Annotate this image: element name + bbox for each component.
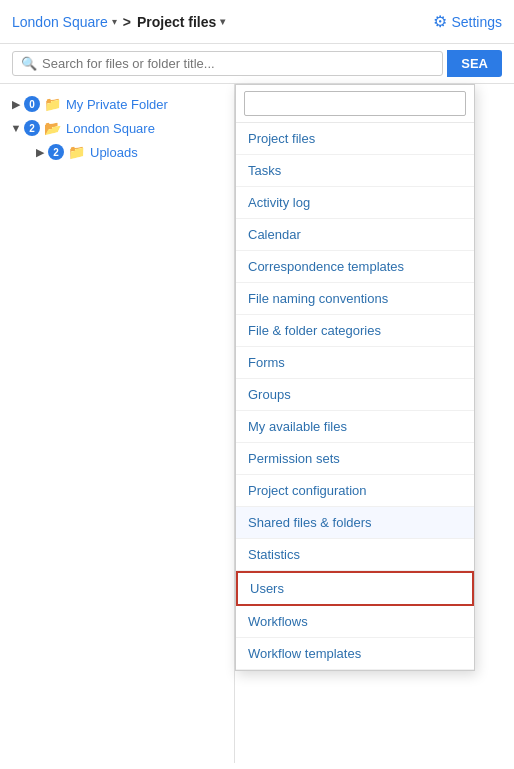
sidebar: ▶ 0 📁 My Private Folder ▼ 2 📂 London Squ… <box>0 84 235 763</box>
workspace-chevron: ▾ <box>112 16 117 27</box>
badge-uploads: 2 <box>48 144 64 160</box>
folder-icon-private: 📁 <box>44 96 61 112</box>
search-wrapper: 🔍 <box>12 51 443 76</box>
dropdown-search-input[interactable] <box>244 91 466 116</box>
dropdown-list: Project filesTasksActivity logCalendarCo… <box>236 123 474 670</box>
workspace-link[interactable]: London Square ▾ <box>12 14 117 30</box>
dropdown-item-workflows[interactable]: Workflows <box>236 606 474 638</box>
breadcrumb: London Square ▾ > Project files ▾ <box>12 14 225 30</box>
breadcrumb-separator: > <box>123 14 131 30</box>
sidebar-item-my-private-folder[interactable]: ▶ 0 📁 My Private Folder <box>0 92 234 116</box>
sidebar-item-london-square[interactable]: ▼ 2 📂 London Square <box>0 116 234 140</box>
workspace-label: London Square <box>12 14 108 30</box>
settings-link[interactable]: ⚙ Settings <box>433 12 502 31</box>
dropdown-item-calendar[interactable]: Calendar <box>236 219 474 251</box>
dropdown-item-file-folder-categories[interactable]: File & folder categories <box>236 315 474 347</box>
dropdown-menu: Project filesTasksActivity logCalendarCo… <box>235 84 475 671</box>
dropdown-item-correspondence-templates[interactable]: Correspondence templates <box>236 251 474 283</box>
dropdown-item-shared-files-folders[interactable]: Shared files & folders <box>236 507 474 539</box>
badge-private: 0 <box>24 96 40 112</box>
current-section-chevron: ▾ <box>220 16 225 27</box>
dropdown-item-forms[interactable]: Forms <box>236 347 474 379</box>
dropdown-item-workflow-templates[interactable]: Workflow templates <box>236 638 474 670</box>
dropdown-item-file-naming-conventions[interactable]: File naming conventions <box>236 283 474 315</box>
tree-toggle-london: ▼ <box>8 122 24 134</box>
dropdown-item-groups[interactable]: Groups <box>236 379 474 411</box>
tree-toggle-private: ▶ <box>8 98 24 111</box>
search-button[interactable]: SEA <box>447 50 502 77</box>
search-input[interactable] <box>42 56 434 71</box>
dropdown-item-users[interactable]: Users <box>236 571 474 606</box>
dropdown-item-permission-sets[interactable]: Permission sets <box>236 443 474 475</box>
dropdown-item-project-files[interactable]: Project files <box>236 123 474 155</box>
tree-toggle-uploads: ▶ <box>32 146 48 159</box>
sidebar-label-private: My Private Folder <box>66 97 168 112</box>
dropdown-item-statistics[interactable]: Statistics <box>236 539 474 571</box>
search-bar: 🔍 SEA <box>0 44 514 84</box>
dropdown-item-project-configuration[interactable]: Project configuration <box>236 475 474 507</box>
sidebar-label-uploads: Uploads <box>90 145 138 160</box>
dropdown-item-my-available-files[interactable]: My available files <box>236 411 474 443</box>
dropdown-item-activity-log[interactable]: Activity log <box>236 187 474 219</box>
search-icon: 🔍 <box>21 56 37 71</box>
current-section-label: Project files <box>137 14 216 30</box>
gear-icon: ⚙ <box>433 12 447 31</box>
header: London Square ▾ > Project files ▾ ⚙ Sett… <box>0 0 514 44</box>
folder-icon-uploads: 📁 <box>68 144 85 160</box>
badge-london: 2 <box>24 120 40 136</box>
main-layout: ▶ 0 📁 My Private Folder ▼ 2 📂 London Squ… <box>0 84 514 763</box>
folder-icon-london: 📂 <box>44 120 61 136</box>
dropdown-search-area <box>236 85 474 123</box>
dropdown-item-tasks[interactable]: Tasks <box>236 155 474 187</box>
current-section[interactable]: Project files ▾ <box>137 14 225 30</box>
sidebar-item-uploads[interactable]: ▶ 2 📁 Uploads <box>0 140 234 164</box>
sidebar-label-london: London Square <box>66 121 155 136</box>
settings-label: Settings <box>451 14 502 30</box>
